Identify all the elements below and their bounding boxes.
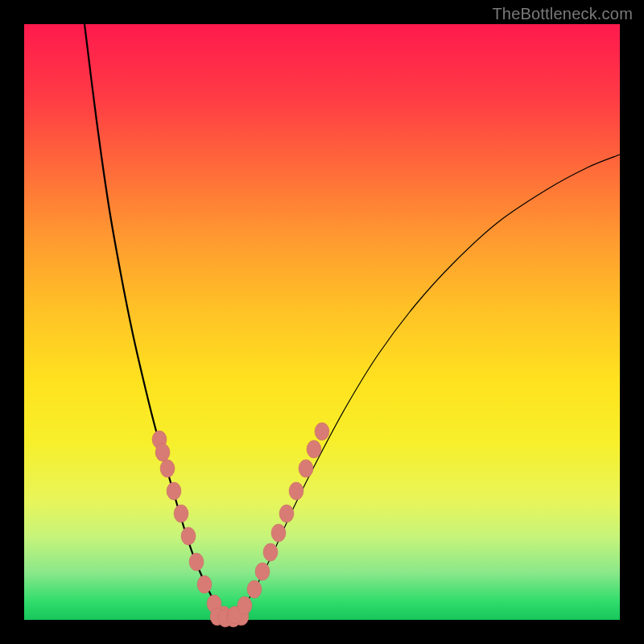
data-bead <box>307 440 321 458</box>
data-bead <box>263 543 278 561</box>
plot-area <box>24 24 620 620</box>
data-bead <box>167 482 181 500</box>
data-bead <box>271 524 286 542</box>
data-bead <box>289 482 303 500</box>
data-bead <box>181 527 196 545</box>
bottleneck-curve <box>24 24 620 620</box>
data-bead <box>237 597 252 614</box>
data-bead <box>315 423 329 440</box>
data-bead <box>160 460 175 477</box>
data-bead <box>247 580 262 598</box>
curve-left-branch <box>85 24 225 618</box>
beads-group <box>152 423 329 627</box>
data-bead <box>189 553 204 571</box>
data-bead <box>197 576 212 593</box>
data-bead <box>155 444 170 461</box>
data-bead <box>279 505 294 522</box>
watermark-text: TheBottleneck.com <box>492 5 633 23</box>
data-bead <box>299 460 313 477</box>
data-bead <box>255 563 270 580</box>
curve-right-branch <box>233 155 620 618</box>
data-bead <box>174 505 188 522</box>
outer-frame: TheBottleneck.com <box>0 0 644 644</box>
